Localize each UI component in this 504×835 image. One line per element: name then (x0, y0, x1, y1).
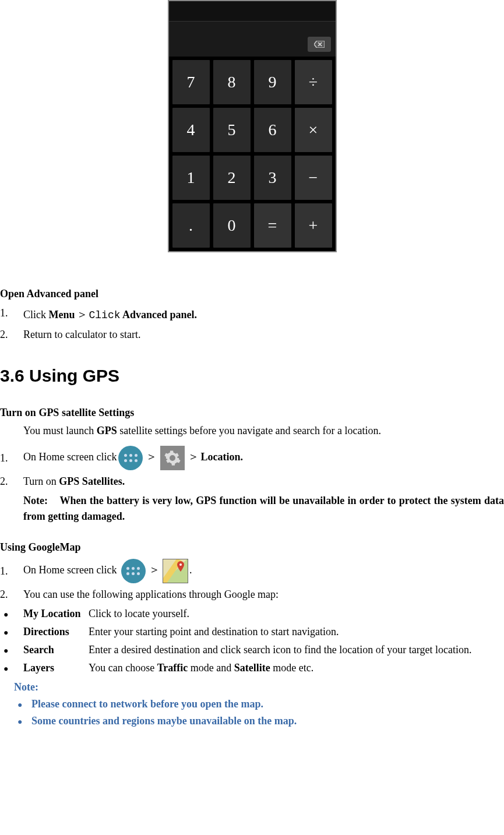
calc-key-9[interactable]: 9 (254, 60, 291, 104)
note-label: Note: (14, 679, 504, 695)
list-number: 2. (0, 474, 23, 489)
calc-key-minus[interactable]: − (295, 156, 332, 200)
text-bold: Menu (49, 309, 75, 320)
turn-on-gps-title: Turn on GPS satellite Settings (0, 405, 504, 421)
app-desc: Click to locate yourself. (89, 608, 189, 619)
gt-symbol: ＞ (76, 308, 88, 320)
settings-icon (159, 446, 186, 470)
list-text: Return to calculator to start. (23, 327, 504, 343)
text-bold: Satellite (234, 662, 270, 674)
calc-key-2[interactable]: 2 (213, 156, 251, 200)
backspace-icon (314, 41, 325, 48)
text: Turn on (23, 475, 59, 487)
gt-symbol: ＞ (149, 563, 160, 576)
text-bold: GPS Satellites. (59, 475, 125, 487)
bullet-icon: ● (3, 624, 23, 640)
text: satellite settings before you navigate a… (117, 425, 381, 436)
text: You must launch (23, 425, 97, 436)
backspace-button[interactable] (308, 37, 331, 52)
list-number: 1. (0, 563, 23, 579)
maps-icon (162, 559, 189, 583)
bullet-icon: ● (17, 696, 31, 712)
calc-key-8[interactable]: 8 (213, 60, 251, 104)
calc-key-plus[interactable]: + (295, 203, 332, 248)
calc-key-0[interactable]: 0 (213, 203, 251, 248)
gt-symbol: ＞ (188, 450, 199, 463)
bullet-item: ● DirectionsEnter your starting point an… (0, 624, 504, 640)
calculator-screenshot: 7 8 9 ÷ 4 5 6 × 1 2 3 − . 0 = + (168, 0, 337, 252)
bullet-text: My LocationClick to locate yourself. (23, 606, 504, 622)
text-bold: Traffic (157, 662, 188, 674)
list-item: 2. Return to calculator to start. (0, 327, 504, 343)
text: On Home screen click (23, 564, 119, 576)
list-item: 1. On Home screen click＞＞Location. (0, 446, 504, 470)
text-bold: GPS (97, 425, 117, 436)
app-name: Search (23, 642, 89, 658)
list-text: On Home screen click＞＞Location. (23, 446, 504, 470)
list-number: 1. (0, 450, 23, 466)
note-label: Note: (23, 495, 48, 506)
calc-key-multiply[interactable]: × (295, 108, 332, 152)
note-text: Please connect to network before you ope… (31, 696, 263, 712)
calc-key-dot[interactable]: . (172, 203, 210, 248)
gear-icon (164, 449, 181, 467)
list-number: 2. (0, 327, 23, 343)
bullet-text: DirectionsEnter your starting point and … (23, 624, 504, 640)
list-item: 2. You can use the following application… (0, 587, 504, 603)
note-bullet: ● Some countries and regions maybe unava… (14, 713, 504, 729)
gt-symbol: ＞ (146, 450, 157, 463)
bullet-icon: ● (3, 660, 23, 676)
text-bold: Advanced panel. (121, 309, 198, 320)
note-text: When the battery is very low, GPS functi… (23, 495, 504, 522)
note-bullet: ● Please connect to network before you o… (14, 696, 504, 712)
list-item: 2. Turn on GPS Satellites. (0, 474, 504, 489)
bullet-item: ● SearchEnter a desired destination and … (0, 642, 504, 658)
bullet-text: LayersYou can choose Traffic mode and Sa… (23, 660, 504, 676)
bullet-item: ● LayersYou can choose Traffic mode and … (0, 660, 504, 676)
text: On Home screen click (23, 451, 117, 463)
calculator-statusbar (169, 1, 336, 22)
note-text: Some countries and regions maybe unavail… (31, 713, 297, 729)
open-advanced-title: Open Advanced panel (0, 286, 504, 302)
text: mode etc. (270, 662, 313, 674)
bullet-icon: ● (17, 713, 31, 729)
svg-point-0 (179, 563, 182, 566)
app-desc: Enter your starting point and destinatio… (89, 626, 339, 637)
list-text: Click Menu＞Click Advanced panel. (23, 305, 504, 323)
text: . (189, 564, 192, 576)
calc-key-3[interactable]: 3 (254, 156, 291, 200)
text-bold: Location. (200, 451, 243, 463)
list-text: You can use the following applications t… (23, 587, 504, 603)
list-item: 1. Click Menu＞Click Advanced panel. (0, 305, 504, 323)
text: You can choose (89, 662, 157, 674)
calc-key-equals[interactable]: = (254, 203, 291, 248)
calc-key-7[interactable]: 7 (172, 60, 210, 104)
list-item: 1. On Home screen click ＞. (0, 559, 504, 583)
note-paragraph: Note: When the battery is very low, GPS … (0, 493, 504, 524)
calc-key-1[interactable]: 1 (172, 156, 210, 200)
paragraph: You must launch GPS satellite settings b… (0, 423, 504, 439)
calculator-keypad: 7 8 9 ÷ 4 5 6 × 1 2 3 − . 0 = + (169, 57, 336, 251)
text-mono: Click (89, 309, 121, 321)
bullet-icon: ● (3, 642, 23, 658)
text: mode and (188, 662, 234, 674)
app-name: Directions (23, 624, 89, 640)
map-pin-icon (177, 561, 184, 572)
calc-key-4[interactable]: 4 (172, 108, 210, 152)
calc-key-6[interactable]: 6 (254, 108, 291, 152)
list-number: 1. (0, 305, 23, 323)
list-text: Turn on GPS Satellites. (23, 474, 504, 489)
list-number: 2. (0, 587, 23, 603)
app-name: Layers (23, 660, 89, 676)
calculator-display (169, 22, 336, 57)
using-googlemap-title: Using GoogleMap (0, 540, 504, 555)
app-name: My Location (23, 606, 89, 622)
calc-key-divide[interactable]: ÷ (295, 60, 332, 104)
section-heading-gps: 3.6 Using GPS (0, 362, 504, 389)
bullet-text: SearchEnter a desired destination and cl… (23, 642, 504, 658)
list-text: On Home screen click ＞. (23, 559, 504, 583)
bullet-item: ● My LocationClick to locate yourself. (0, 606, 504, 622)
calc-key-5[interactable]: 5 (213, 108, 251, 152)
text: Click (23, 309, 49, 320)
apps-icon (120, 559, 147, 583)
